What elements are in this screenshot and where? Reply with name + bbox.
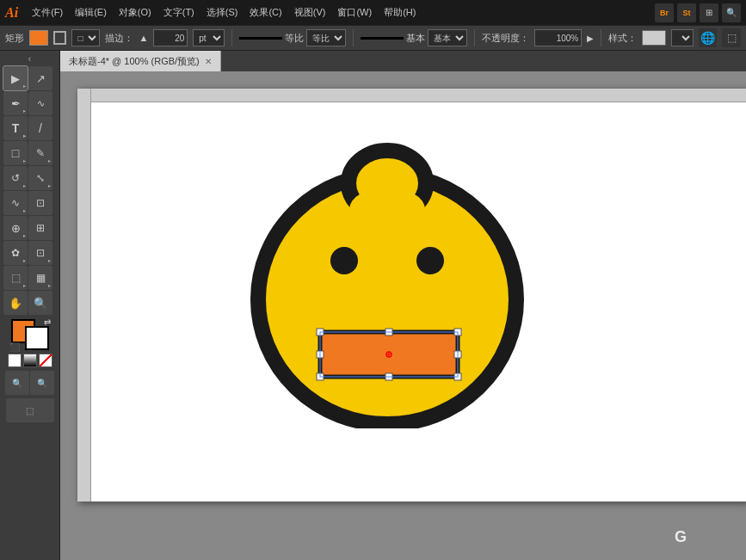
search-btn[interactable]: 🔍 — [722, 3, 741, 22]
pencil-tool[interactable]: ✎▸ — [28, 141, 52, 165]
stroke-unit-dropdown[interactable]: pt px — [193, 29, 225, 46]
svg-point-3 — [330, 247, 358, 274]
symbol-tool[interactable]: ✿▸ — [3, 241, 28, 265]
stroke-value-input[interactable] — [153, 29, 188, 46]
mode-row — [8, 354, 52, 367]
tool-name-label: 矩形 — [5, 32, 24, 45]
horizontal-ruler — [91, 89, 746, 102]
stroke-preview-2 — [361, 37, 404, 40]
zoom-in-btn[interactable]: 🔍 — [5, 371, 29, 395]
document-tab[interactable]: 未标题-4* @ 100% (RGB/预览) ✕ — [60, 51, 221, 71]
divider-1 — [231, 29, 232, 46]
text-tool[interactable]: T▸ — [3, 116, 28, 140]
eyedropper-tool[interactable]: ⊕▸ — [3, 216, 28, 240]
left-toolbar: ‹ ▶▸ ↗ ✒▸ ∿ T▸ / □▸ ✎▸ ↺▸ ⤡▸ ∿▸ ⊡ ⊕▸ ⊞ — [0, 51, 60, 560]
vertical-ruler — [77, 89, 91, 502]
menu-text[interactable]: 文字(T) — [158, 4, 200, 21]
menu-effect[interactable]: 效果(C) — [244, 4, 287, 21]
tool-row-9: ⬚▸ ▦▸ — [3, 266, 56, 290]
blend-dropdown[interactable]: 等比 — [306, 29, 346, 46]
tool-row-6: ∿▸ ⊡ — [3, 191, 56, 215]
zoom-view-tool[interactable]: 🔍 — [28, 291, 52, 315]
style-preview[interactable] — [642, 30, 666, 46]
arrange-btn[interactable]: 🌐 — [699, 28, 718, 47]
style-label: 样式： — [608, 32, 637, 45]
menu-select[interactable]: 选择(S) — [201, 4, 244, 21]
blend-label: 等比 — [285, 32, 304, 45]
color-pair: ⇄ ⬛ — [11, 319, 49, 350]
svg-point-4 — [416, 247, 444, 274]
style-dropdown[interactable] — [671, 29, 694, 46]
divider-4 — [601, 29, 601, 46]
doc-tab-label: 未标题-4* @ 100% (RGB/预览) — [69, 55, 200, 68]
measure-tool[interactable]: ⊞ — [28, 216, 52, 240]
graph-tool[interactable]: ⊡▸ — [28, 241, 52, 265]
menu-window[interactable]: 窗口(W) — [332, 4, 377, 21]
chart-tool[interactable]: ▦▸ — [28, 266, 52, 290]
type-tool[interactable]: ∿ — [28, 91, 52, 115]
tool-row-1: ▶▸ ↗ — [3, 66, 56, 90]
zoom-out-btn[interactable]: 🔍 — [30, 371, 54, 395]
illustration — [241, 119, 533, 428]
ai-logo: Ai — [5, 5, 18, 21]
menu-file[interactable]: 文件(F) — [27, 4, 68, 21]
stroke-label: 描边： — [105, 32, 133, 45]
options-bar: 矩形 □ 描边： ▲ pt px 等比 等比 基本 基本 不透明度： ▶ 样式：… — [0, 25, 746, 51]
opacity-arrow[interactable]: ▶ — [587, 34, 594, 43]
pen-tool[interactable]: ✒▸ — [3, 91, 28, 115]
site-watermark: G X I 网 system.com — [667, 520, 739, 553]
tool-row-10: ✋ 🔍 — [3, 291, 56, 315]
background-color[interactable] — [25, 326, 49, 350]
tool-row-7: ⊕▸ ⊞ — [3, 216, 56, 240]
doc-tab-close[interactable]: ✕ — [205, 57, 212, 66]
title-bar-right: Br St ⊞ 🔍 — [655, 3, 741, 22]
hand-tool[interactable]: ✋ — [3, 291, 28, 315]
tool-row-3: T▸ / — [3, 116, 56, 140]
workspace-btn[interactable]: ⊞ — [700, 3, 718, 22]
menu-help[interactable]: 帮助(H) — [379, 4, 421, 21]
free-transform-tool[interactable]: ⊡ — [28, 191, 52, 215]
main-layout: ‹ ▶▸ ↗ ✒▸ ∿ T▸ / □▸ ✎▸ ↺▸ ⤡▸ ∿▸ ⊡ ⊕▸ ⊞ — [0, 51, 746, 560]
none-mode-btn[interactable] — [39, 354, 52, 367]
zoom-row: 🔍 🔍 — [5, 371, 54, 395]
opacity-label: 不透明度： — [482, 32, 529, 45]
scale-tool[interactable]: ⤡▸ — [28, 166, 52, 190]
stock-btn[interactable]: St — [677, 3, 696, 22]
bridge-btn[interactable]: Br — [655, 3, 674, 22]
expand-btn[interactable]: ⬚ — [722, 28, 741, 47]
divider-3 — [474, 29, 475, 46]
title-bar: Ai 文件(F) 编辑(E) 对象(O) 文字(T) 选择(S) 效果(C) 视… — [0, 0, 746, 25]
arrange-layer-btn[interactable]: ⬚ — [6, 398, 54, 422]
stroke-type-dropdown[interactable]: □ — [71, 29, 100, 46]
direct-select-tool[interactable]: ↗ — [28, 66, 52, 90]
stroke-up-icon[interactable]: ▲ — [139, 33, 148, 43]
tool-row-2: ✒▸ ∿ — [3, 91, 56, 115]
artboard-tool[interactable]: ⬚▸ — [3, 266, 28, 290]
divider-2 — [353, 29, 354, 46]
tool-row-4: □▸ ✎▸ — [3, 141, 56, 165]
align-dropdown[interactable]: 基本 — [428, 29, 467, 46]
stroke-icon[interactable] — [53, 31, 67, 45]
swap-colors-btn[interactable]: ⇄ — [44, 317, 51, 327]
tool-row-5: ↺▸ ⤡▸ — [3, 166, 56, 190]
opacity-input[interactable] — [534, 29, 582, 46]
reset-colors-btn[interactable]: ⬛ — [9, 342, 20, 352]
doc-tab-bar: 未标题-4* @ 100% (RGB/预览) ✕ — [60, 51, 746, 71]
normal-mode-btn[interactable] — [8, 354, 22, 367]
canvas-area: 未标题-4* @ 100% (RGB/预览) ✕ — [60, 51, 746, 560]
gradient-mode-btn[interactable] — [23, 354, 37, 367]
warp-tool[interactable]: ∿▸ — [3, 191, 28, 215]
watermark-text: X I 网 system.com — [698, 520, 739, 553]
color-section: ⇄ ⬛ 🔍 🔍 ⬚ — [3, 319, 56, 422]
menu-edit[interactable]: 编辑(E) — [70, 4, 112, 21]
select-tool[interactable]: ▶▸ — [3, 66, 28, 90]
stroke-preview — [239, 37, 282, 40]
rotate-tool[interactable]: ↺▸ — [3, 166, 28, 190]
toolbar-collapse[interactable]: ‹ — [3, 54, 56, 64]
rect-tool[interactable]: □▸ — [3, 141, 28, 165]
fill-color-swatch[interactable] — [29, 30, 48, 46]
canvas-content[interactable]: G X I 网 system.com — [60, 71, 746, 560]
menu-object[interactable]: 对象(O) — [114, 4, 157, 21]
menu-view[interactable]: 视图(V) — [289, 4, 331, 21]
line-tool[interactable]: / — [28, 116, 52, 140]
